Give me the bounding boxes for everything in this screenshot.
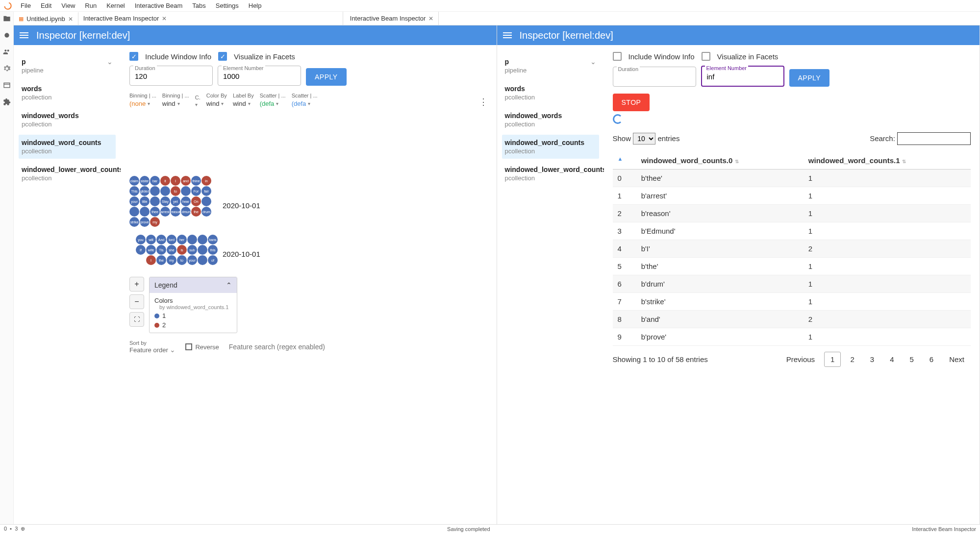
bubble[interactable]: of (208, 255, 218, 265)
extension-icon[interactable] (3, 98, 11, 106)
bubble[interactable] (150, 186, 160, 196)
page-1[interactable]: 1 (824, 352, 841, 367)
facet-select[interactable]: Label Bywind ▾ (233, 93, 254, 107)
facet-select[interactable]: Binning | ...wind ▾ (162, 93, 189, 107)
chevron-up-icon[interactable]: ⌃ (226, 281, 232, 289)
bubble[interactable] (150, 196, 160, 206)
bubble[interactable]: this (208, 245, 218, 255)
bubble[interactable]: arrest (160, 207, 170, 217)
bubble[interactable]: your (129, 196, 139, 206)
facet-select[interactable]: Color Bywind ▾ (206, 93, 227, 107)
next-button[interactable]: Next (943, 352, 971, 367)
bubble[interactable]: in (201, 176, 211, 186)
menu-settings[interactable]: Settings (211, 1, 244, 10)
bubble[interactable]: lord (167, 235, 176, 244)
visualize-facets-checkbox[interactable] (702, 52, 710, 61)
sidebar-pipeline[interactable]: p ⌄ pipeline (502, 54, 599, 78)
menu-run[interactable]: Run (80, 1, 101, 10)
bubble[interactable]: claim (129, 176, 139, 186)
bubble[interactable]: is (177, 245, 187, 255)
bubble[interactable]: sister (140, 176, 150, 186)
apply-button[interactable]: APPLY (306, 68, 347, 86)
bubble[interactable]: it (160, 176, 170, 186)
circle-icon[interactable] (3, 31, 11, 39)
hamburger-icon[interactable] (503, 31, 512, 40)
menu-view[interactable]: View (56, 1, 80, 10)
sidebar-item-windowed_lower_word_counts[interactable]: windowed_lower_word_countspcollection (19, 162, 116, 186)
bubble[interactable]: to (177, 255, 187, 265)
page-4[interactable]: 4 (883, 352, 900, 367)
table-search-input[interactable] (897, 132, 971, 145)
include-window-checkbox[interactable] (613, 52, 622, 61)
close-icon[interactable]: ✕ (68, 16, 73, 23)
bubble[interactable]: gilded (140, 186, 150, 196)
bubble[interactable]: bans (208, 235, 218, 244)
bubble[interactable]: you (136, 235, 146, 244)
bubble[interactable] (198, 235, 207, 244)
menu-interactive-beam[interactable]: Interactive Beam (130, 1, 188, 10)
bubble[interactable] (187, 235, 197, 244)
bubble[interactable]: Edmund (181, 207, 191, 217)
gear-icon[interactable] (3, 65, 11, 73)
page-3[interactable]: 3 (864, 352, 880, 367)
more-icon[interactable]: ⋮ (479, 97, 488, 107)
bubble[interactable]: And (156, 235, 166, 244)
feature-search-input[interactable] (229, 343, 488, 351)
bubble[interactable]: Tis (156, 245, 166, 255)
fit-button[interactable]: ⛶ (129, 312, 144, 327)
sortby-value[interactable]: Feature order ⌄ (129, 346, 176, 354)
bubble[interactable]: her (177, 235, 187, 244)
bubble[interactable] (198, 245, 207, 255)
bubble[interactable] (140, 207, 150, 217)
bubble[interactable]: thee (150, 207, 160, 217)
bubble[interactable]: will (146, 235, 156, 244)
menu-edit[interactable]: Edit (36, 1, 56, 10)
bubble[interactable]: the (191, 207, 201, 217)
page-6[interactable]: 6 (923, 352, 940, 367)
tab-notebook[interactable]: ▦ Untitled.ipynb ✕ (14, 12, 78, 25)
sidebar-item-windowed_word_counts[interactable]: windowed_word_countspcollection (19, 135, 116, 159)
bubble[interactable]: Stay (160, 196, 170, 206)
bubble[interactable]: drum (201, 207, 211, 217)
bubble[interactable]: fair (201, 186, 211, 196)
table-header-col0[interactable]: windowed_word_counts.0 ⇅ (636, 152, 804, 170)
page-size-select[interactable]: 10 (633, 133, 655, 145)
window-icon[interactable] (3, 81, 11, 89)
bubble[interactable]: For (191, 186, 201, 196)
bubble[interactable] (129, 207, 139, 217)
bubble[interactable]: I (146, 255, 156, 265)
include-window-checkbox[interactable]: ✓ (129, 52, 138, 61)
people-icon[interactable] (3, 48, 11, 56)
bubble[interactable] (201, 196, 211, 206)
bubble[interactable]: to (171, 186, 180, 196)
bubble[interactable]: This (129, 186, 139, 196)
bubble[interactable]: thine (191, 176, 201, 186)
bubble[interactable]: On (191, 196, 201, 206)
bubble[interactable]: strike (129, 217, 139, 227)
page-5[interactable]: 5 (903, 352, 920, 367)
menu-help[interactable]: Help (244, 1, 267, 10)
tab-inspector-b[interactable]: Interactive Beam Inspector ✕ (345, 12, 439, 25)
facet-select[interactable]: Binning | ...(none ▾ (129, 93, 156, 107)
bubble[interactable]: hear (181, 196, 191, 206)
folder-icon[interactable] (3, 15, 11, 23)
table-header-col1[interactable]: windowed_word_counts.1 ⇅ (804, 152, 971, 170)
bubble[interactable]: prove (140, 217, 150, 227)
close-icon[interactable]: ✕ (162, 15, 167, 22)
zoom-in-button[interactable]: + (129, 277, 144, 291)
sidebar-item-windowed_word_counts[interactable]: windowed_word_countspcollection (502, 135, 599, 159)
stop-button[interactable]: STOP (613, 94, 650, 111)
visualize-facets-checkbox[interactable]: ✓ (218, 52, 227, 61)
bubble[interactable]: she (167, 245, 176, 255)
menu-tabs[interactable]: Tabs (187, 1, 210, 10)
tab-inspector-a[interactable]: Interactive Beam Inspector ✕ (78, 12, 343, 25)
facet-select[interactable]: Scatter | ...(defa ▾ (260, 93, 286, 107)
bubble[interactable]: wife (146, 245, 156, 255)
sidebar-item-windowed_words[interactable]: windowed_wordspcollection (502, 108, 599, 132)
bubble[interactable]: title (140, 196, 150, 206)
page-2[interactable]: 2 (844, 352, 860, 367)
close-icon[interactable]: ✕ (428, 15, 433, 22)
bubble[interactable]: I (171, 176, 180, 186)
bubble[interactable]: yet (171, 196, 180, 206)
sidebar-item-windowed_words[interactable]: windowed_wordspcollection (19, 108, 116, 132)
